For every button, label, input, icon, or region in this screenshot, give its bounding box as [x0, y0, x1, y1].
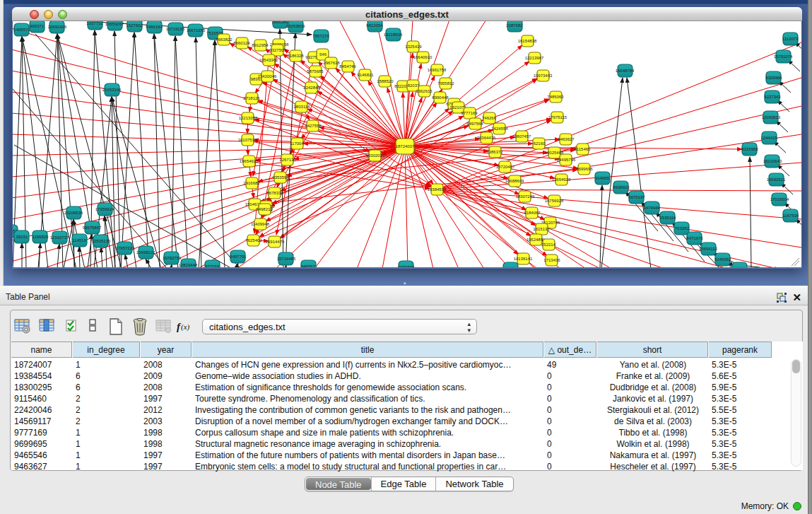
svg-text:114519: 114519 [72, 238, 86, 243]
svg-text:7663822: 7663822 [216, 37, 233, 42]
svg-text:977169: 977169 [205, 264, 220, 267]
svg-text:10719155: 10719155 [166, 27, 185, 31]
svg-text:16210643: 16210643 [763, 159, 782, 163]
svg-text:3267130: 3267130 [279, 158, 296, 162]
svg-text:19654925: 19654925 [240, 159, 259, 163]
svg-text:1713436: 1713436 [543, 258, 560, 262]
svg-text:11409948: 11409948 [251, 222, 270, 226]
svg-text:20206536: 20206536 [64, 211, 83, 215]
svg-text:15716485: 15716485 [277, 257, 296, 261]
svg-text:17016504: 17016504 [770, 197, 789, 201]
svg-text:1112073: 1112073 [782, 37, 799, 41]
svg-text:39151: 39151 [16, 235, 28, 239]
svg-text:16671355: 16671355 [187, 28, 206, 33]
svg-text:1325419: 1325419 [405, 45, 422, 49]
svg-text:16640910: 16640910 [413, 55, 433, 59]
svg-text:1405571: 1405571 [13, 28, 30, 32]
svg-text:7955812: 7955812 [437, 81, 454, 86]
svg-text:1244415: 1244415 [760, 136, 777, 140]
svg-text:252214: 252214 [541, 243, 556, 247]
svg-text:12342737: 12342737 [50, 235, 69, 240]
svg-text:117004: 117004 [290, 141, 304, 146]
svg-text:15751074: 15751074 [774, 54, 793, 59]
svg-text:14136141: 14136141 [514, 257, 533, 261]
svg-text:18724007: 18724007 [396, 144, 415, 148]
svg-text:995371: 995371 [30, 24, 45, 28]
svg-text:8813054: 8813054 [366, 23, 383, 28]
svg-text:16914479: 16914479 [266, 240, 285, 244]
svg-text:1615132: 1615132 [533, 227, 550, 231]
svg-text:82037: 82037 [408, 83, 420, 88]
svg-text:12213967: 12213967 [525, 56, 544, 60]
svg-text:10807457: 10807457 [512, 134, 531, 139]
svg-text:10543362: 10543362 [259, 58, 278, 62]
svg-text:7625402: 7625402 [245, 238, 262, 243]
svg-text:17957223: 17957223 [116, 246, 135, 250]
svg-text:17359924: 17359924 [95, 207, 114, 211]
svg-text:9777169: 9777169 [461, 111, 478, 115]
svg-text:10688609: 10688609 [505, 179, 524, 183]
svg-text:9463627: 9463627 [558, 137, 575, 141]
svg-text:12505135: 12505135 [92, 239, 111, 243]
svg-text:10654112: 10654112 [699, 247, 718, 251]
svg-text:10653267: 10653267 [105, 22, 124, 26]
svg-text:6679197: 6679197 [628, 195, 645, 199]
svg-text:16648784: 16648784 [616, 69, 635, 73]
svg-text:9474444: 9474444 [643, 206, 660, 210]
svg-text:7857274: 7857274 [312, 34, 329, 38]
svg-text:8990448: 8990448 [432, 95, 449, 100]
svg-text:20364436: 20364436 [477, 136, 496, 140]
svg-text:12213352: 12213352 [239, 116, 258, 120]
svg-text:9457791: 9457791 [230, 255, 247, 259]
svg-text:99975867: 99975867 [83, 226, 102, 230]
svg-text:8471676: 8471676 [686, 236, 703, 240]
svg-text:971542: 971542 [504, 267, 519, 267]
svg-text:946562: 946562 [301, 264, 316, 267]
svg-text:8215958: 8215958 [741, 147, 758, 151]
svg-text:1362615: 1362615 [416, 89, 433, 93]
svg-text:15302023: 15302023 [366, 153, 385, 158]
svg-text:763262: 763262 [675, 226, 690, 230]
svg-text:8660124: 8660124 [233, 41, 250, 45]
svg-text:20691406: 20691406 [48, 25, 67, 29]
svg-text:9327503: 9327503 [269, 48, 286, 52]
svg-text:6466160: 6466160 [146, 25, 163, 29]
svg-text:8678332: 8678332 [266, 191, 283, 195]
svg-text:9699695: 9699695 [398, 265, 415, 267]
svg-text:16154838: 16154838 [518, 39, 537, 43]
svg-text:17975115: 17975115 [548, 115, 567, 119]
svg-text:2718126: 2718126 [243, 96, 260, 100]
svg-text:16961758: 16961758 [428, 68, 447, 72]
svg-text:746266: 746266 [482, 116, 497, 120]
svg-text:18307249: 18307249 [516, 194, 535, 199]
svg-text:9329966: 9329966 [765, 76, 782, 80]
svg-text:15720407: 15720407 [496, 165, 515, 169]
svg-text:8938923: 8938923 [613, 185, 630, 189]
svg-text:62160: 62160 [534, 141, 546, 146]
svg-text:2087682: 2087682 [506, 23, 523, 28]
svg-text:1916682: 1916682 [243, 181, 260, 185]
svg-text:19384554: 19384554 [428, 187, 447, 192]
svg-text:9115460: 9115460 [575, 147, 592, 151]
svg-text:8912954: 8912954 [252, 43, 269, 47]
svg-text:9184067: 9184067 [524, 211, 541, 215]
svg-text:16782759: 16782759 [163, 256, 182, 260]
svg-text:9227343: 9227343 [764, 95, 781, 99]
svg-text:14495796: 14495796 [557, 158, 576, 162]
svg-text:8498212: 8498212 [256, 207, 273, 211]
svg-text:13654923: 13654923 [552, 177, 571, 182]
svg-text:16756928: 16756928 [545, 199, 564, 203]
svg-text:10958127: 10958127 [136, 250, 155, 255]
svg-text:9245652: 9245652 [714, 257, 731, 262]
svg-text:9146821: 9146821 [357, 73, 374, 77]
svg-text:6497568: 6497568 [466, 122, 483, 126]
svg-text:164095: 164095 [595, 176, 610, 180]
svg-text:1156829: 1156829 [33, 235, 49, 239]
svg-text:1624554: 1624554 [491, 127, 508, 131]
svg-text:16107533: 16107533 [238, 138, 257, 142]
svg-text:1588520: 1588520 [377, 79, 394, 83]
svg-text:9699695: 9699695 [576, 167, 593, 171]
svg-text:2967618: 2967618 [323, 61, 340, 65]
svg-text:1037731: 1037731 [86, 21, 103, 25]
svg-text:23420046: 23420046 [258, 74, 277, 78]
